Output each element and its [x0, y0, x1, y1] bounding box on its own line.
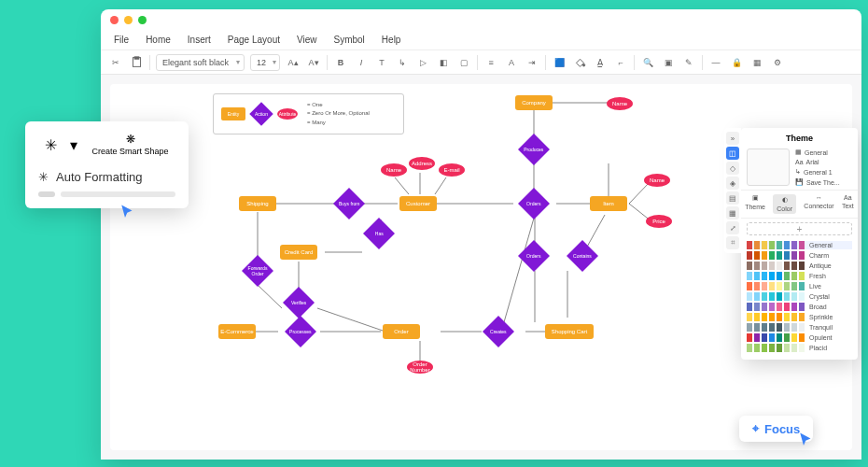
window-zoom-icon[interactable]: [138, 16, 147, 24]
italic-icon[interactable]: I: [354, 55, 369, 70]
node-company[interactable]: Company: [515, 95, 553, 110]
rail-layers-icon[interactable]: ◈: [726, 177, 739, 190]
menu-view[interactable]: View: [297, 35, 317, 45]
menu-insert[interactable]: Insert: [188, 35, 211, 45]
node-customer[interactable]: Customer: [399, 196, 437, 211]
tab-color[interactable]: ◐Color: [773, 194, 796, 214]
font-size-select[interactable]: 12: [250, 54, 280, 71]
rail-tag-icon[interactable]: ⌗: [726, 236, 739, 249]
font-select[interactable]: Elegant soft black: [156, 54, 245, 71]
palette-row[interactable]: Charm: [747, 251, 852, 260]
grid-icon[interactable]: ▦: [749, 55, 764, 70]
cut-icon[interactable]: ✂: [108, 55, 123, 70]
palette-row[interactable]: Live: [747, 282, 852, 290]
menu-file[interactable]: File: [114, 35, 129, 45]
chevron-down-icon[interactable]: ▾: [70, 136, 77, 154]
line-icon[interactable]: —: [708, 55, 723, 70]
text-a-icon[interactable]: A: [504, 55, 519, 70]
connector-icon[interactable]: ↳: [395, 55, 410, 70]
font-shrink-icon[interactable]: A▾: [306, 55, 321, 70]
palette-row[interactable]: Opulent: [747, 333, 852, 342]
auto-formatting-slider[interactable]: [38, 191, 175, 197]
palette-swatch: [754, 333, 760, 342]
rail-shapes-icon[interactable]: ◇: [726, 162, 739, 175]
palette-swatch: [769, 282, 775, 290]
rail-expand-icon[interactable]: ⤢: [726, 221, 739, 234]
bold-icon[interactable]: B: [333, 55, 348, 70]
pointer-icon[interactable]: ▷: [415, 55, 430, 70]
palette-swatch: [777, 313, 782, 321]
palette-name: Crystal: [809, 293, 852, 300]
menu-page-layout[interactable]: Page Layout: [228, 35, 280, 45]
palette-row[interactable]: Sprinkle: [747, 313, 852, 321]
window-close-icon[interactable]: [110, 16, 119, 24]
lock-icon[interactable]: 🔒: [729, 55, 744, 70]
menu-home[interactable]: Home: [146, 35, 171, 45]
node-email[interactable]: E-mail: [439, 163, 465, 177]
node-name-company[interactable]: Name: [607, 97, 633, 110]
align-left-icon[interactable]: ≡: [483, 55, 498, 70]
settings-icon[interactable]: ⚙: [770, 55, 785, 70]
node-name-item[interactable]: Name: [644, 174, 670, 187]
node-item[interactable]: Item: [590, 196, 627, 211]
window-minimize-icon[interactable]: [124, 16, 133, 24]
node-shipping[interactable]: Shipping: [239, 196, 276, 211]
tab-text[interactable]: AaText: [842, 194, 854, 214]
text-icon[interactable]: T: [374, 55, 389, 70]
palette-row[interactable]: General: [747, 241, 852, 249]
rail-table-icon[interactable]: ▦: [726, 206, 739, 219]
palette-name: Antique: [809, 262, 852, 269]
font-color-icon[interactable]: A̲: [593, 55, 608, 70]
node-order-number[interactable]: Order Number: [407, 361, 433, 374]
search-icon[interactable]: 🔍: [640, 55, 655, 70]
menu-symbol[interactable]: Symbol: [334, 35, 365, 45]
preset-general[interactable]: ▦General: [795, 149, 852, 156]
crop-icon[interactable]: ⌐: [613, 55, 628, 70]
palette-row[interactable]: Placid: [747, 344, 852, 352]
fill-icon[interactable]: 🟦: [552, 55, 567, 70]
paste-icon[interactable]: [129, 55, 144, 70]
pen-icon[interactable]: ✎: [681, 55, 696, 70]
image-icon[interactable]: ▣: [661, 55, 676, 70]
tab-theme[interactable]: ▣Theme: [745, 194, 765, 214]
node-order[interactable]: Order: [383, 324, 420, 339]
shape-icon[interactable]: ▢: [456, 55, 471, 70]
preset-general1[interactable]: ↳General 1: [795, 168, 852, 176]
theme-presets: ▦General AaArial ↳General 1 💾Save The...: [795, 149, 852, 186]
rail-theme-icon[interactable]: ◫: [726, 147, 739, 160]
rail-toggle-icon[interactable]: »: [726, 132, 739, 145]
palette-swatch: [769, 303, 775, 311]
theme-thumbnail[interactable]: [747, 149, 790, 186]
palette-row[interactable]: Antique: [747, 262, 852, 270]
node-price[interactable]: Price: [646, 215, 672, 228]
palette-swatch: [769, 333, 775, 342]
create-smart-shape-button[interactable]: ❋ Create Smart Shape: [85, 133, 175, 156]
node-shopping-cart[interactable]: Shopping Cart: [545, 324, 594, 339]
palette-row[interactable]: Broad: [747, 303, 852, 311]
indent-icon[interactable]: ⇥: [525, 55, 539, 70]
fill-bucket-icon[interactable]: [572, 55, 587, 70]
node-address[interactable]: Address: [409, 157, 435, 170]
add-palette-button[interactable]: +: [747, 222, 852, 235]
palette-swatch: [762, 344, 767, 352]
layers-icon[interactable]: ◧: [436, 55, 451, 70]
palette-swatch: [754, 241, 760, 249]
rail-page-icon[interactable]: ▤: [726, 191, 739, 205]
node-ecommerce[interactable]: E-Commerce: [218, 324, 256, 339]
palette-row[interactable]: Fresh: [747, 272, 852, 280]
palette-row[interactable]: Tranquil: [747, 323, 852, 332]
smart-shape-popup: ✳ ▾ ❋ Create Smart Shape ✳ Auto Formatti…: [25, 121, 189, 208]
palette-swatch: [754, 344, 760, 352]
palette-row[interactable]: Crystal: [747, 292, 852, 301]
tab-connector[interactable]: ↔Connector: [804, 194, 833, 214]
palette-swatch: [777, 241, 782, 249]
preset-arial[interactable]: AaArial: [795, 159, 852, 165]
sparkle-icon[interactable]: ✳: [38, 133, 63, 157]
font-grow-icon[interactable]: A▴: [286, 55, 301, 70]
preset-save[interactable]: 💾Save The...: [795, 178, 852, 186]
auto-formatting-button[interactable]: ✳ Auto Formatting: [38, 170, 175, 184]
menu-help[interactable]: Help: [382, 35, 401, 45]
palette-swatch: [791, 282, 797, 290]
node-name-cust[interactable]: Name: [381, 163, 407, 177]
node-credit-card[interactable]: Credit Card: [280, 245, 317, 260]
